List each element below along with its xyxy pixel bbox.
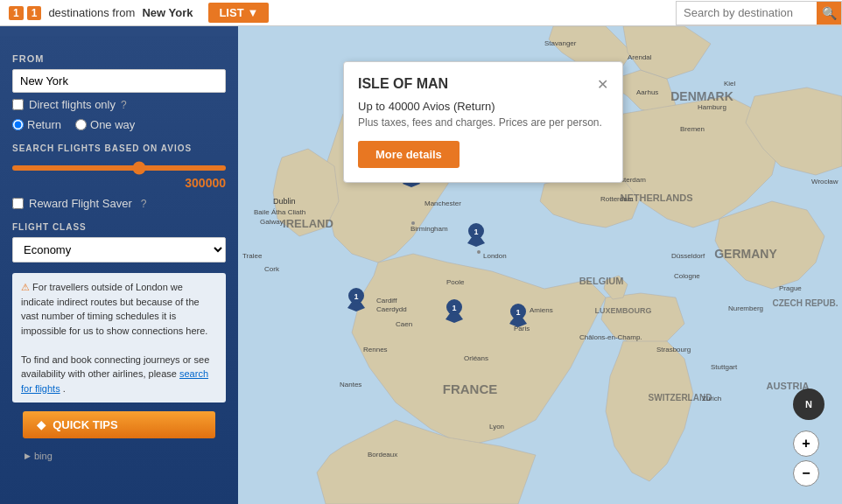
svg-text:Poole: Poole — [446, 278, 465, 286]
svg-text:GERMANY: GERMANY — [714, 247, 777, 261]
map-area[interactable]: DENMARK UNITED KINGDOM NETHERLANDS IRELA… — [238, 26, 842, 504]
svg-text:IRELAND: IRELAND — [283, 217, 333, 230]
search-destination-button[interactable]: 🔍 — [817, 2, 841, 24]
svg-text:Cologne: Cologne — [674, 272, 700, 280]
zoom-out-button[interactable]: − — [793, 460, 819, 486]
svg-text:Bordeaux: Bordeaux — [368, 451, 397, 458]
return-radio[interactable] — [12, 119, 24, 130]
search-destination-input[interactable] — [677, 2, 817, 24]
count-badge-1: 1 — [9, 6, 24, 20]
top-bar: 1 1 destinations from New York LIST ▼ 🔍 — [0, 0, 842, 26]
popup-details-button[interactable]: More details — [358, 141, 460, 168]
svg-text:1: 1 — [354, 292, 358, 301]
svg-text:1: 1 — [516, 308, 520, 317]
chevron-down-icon: ▼ — [248, 6, 259, 19]
count-badge-2: 1 — [27, 6, 42, 20]
oneway-label: One way — [90, 118, 135, 131]
svg-text:FRANCE: FRANCE — [443, 382, 498, 396]
svg-text:Prague: Prague — [779, 284, 802, 292]
svg-text:Galway: Galway — [260, 218, 284, 226]
svg-text:Zürich: Zürich — [702, 395, 721, 402]
svg-text:1: 1 — [474, 228, 478, 236]
svg-text:Stavanger: Stavanger — [544, 39, 577, 47]
bing-logo: ▶ bing — [12, 447, 226, 465]
return-radio-label[interactable]: Return — [12, 118, 61, 131]
svg-text:Birmingham: Birmingham — [410, 225, 448, 233]
flight-class-select[interactable]: Economy Premium Economy Business First — [12, 237, 226, 262]
popup-taxes: Plus taxes, fees and charges. Prices are… — [358, 116, 608, 129]
svg-text:Wrocław: Wrocław — [811, 178, 838, 186]
svg-text:LUXEMBOURG: LUXEMBOURG — [595, 306, 652, 315]
svg-text:Cork: Cork — [264, 265, 280, 273]
return-label: Return — [27, 118, 61, 131]
reward-row: Reward Flight Saver ? — [12, 197, 226, 210]
map-controls: N + − — [793, 388, 824, 486]
svg-text:Orléans: Orléans — [464, 354, 488, 362]
svg-text:Arendal: Arendal — [628, 53, 652, 61]
svg-text:Nuremberg: Nuremberg — [728, 304, 763, 312]
bing-text: bing — [34, 451, 53, 461]
svg-text:Amiens: Amiens — [530, 306, 553, 314]
search-destination-container: 🔍 — [676, 1, 842, 25]
reward-help-icon[interactable]: ? — [141, 198, 147, 210]
svg-text:BELGIUM: BELGIUM — [579, 276, 624, 286]
svg-text:DENMARK: DENMARK — [670, 89, 733, 103]
popup: ISLE OF MAN ✕ Up to 40000 Avios (Return)… — [343, 61, 623, 183]
svg-text:Manchester: Manchester — [425, 200, 461, 207]
svg-text:Bremen: Bremen — [680, 125, 705, 133]
from-label: FROM — [12, 53, 226, 64]
oneway-radio[interactable] — [75, 119, 87, 130]
quick-tips-button[interactable]: ◆ QUICK TIPS — [23, 411, 215, 438]
svg-text:London: London — [483, 252, 507, 260]
svg-text:Nantes: Nantes — [340, 381, 361, 388]
from-city-text: New York — [142, 6, 193, 19]
svg-text:Caen: Caen — [396, 320, 412, 328]
svg-text:Hamburg: Hamburg — [698, 103, 726, 111]
popup-close-button[interactable]: ✕ — [597, 76, 608, 93]
zoom-in-button[interactable]: + — [793, 430, 819, 457]
svg-text:Caerdydd: Caerdydd — [376, 305, 407, 313]
destinations-text: destinations from — [48, 6, 135, 19]
direct-flights-checkbox[interactable] — [12, 99, 24, 110]
list-view-button[interactable]: LIST ▼ — [208, 3, 269, 23]
svg-text:Rennes: Rennes — [363, 346, 388, 354]
oneway-radio-label[interactable]: One way — [75, 118, 135, 131]
avios-section-label: SEARCH FLIGHTS BASED ON AVIOS — [12, 144, 226, 153]
sidebar: Explore with Avios ✕ FROM Direct flights… — [0, 0, 238, 504]
avios-value: 300000 — [12, 176, 226, 190]
info-box: ⚠ For travellers outside of London we in… — [12, 273, 226, 402]
compass-n-label: N — [805, 399, 812, 410]
info-text: For travellers outside of London we indi… — [21, 282, 207, 336]
svg-text:Stuttgart: Stuttgart — [711, 363, 738, 371]
direct-flights-label: Direct flights only — [29, 98, 116, 111]
svg-point-15 — [477, 250, 481, 254]
popup-title: ISLE OF MAN — [358, 76, 448, 92]
svg-text:Rotterdam: Rotterdam — [600, 195, 634, 203]
svg-text:1: 1 — [452, 304, 456, 312]
svg-text:Strasbourg: Strasbourg — [656, 346, 691, 354]
reward-flight-saver-checkbox[interactable] — [12, 198, 24, 209]
svg-text:Kiel: Kiel — [724, 80, 736, 88]
popup-avios: Up to 40000 Avios (Return) — [358, 100, 608, 113]
list-label: LIST — [219, 6, 243, 19]
bing-play-icon: ▶ — [25, 452, 31, 460]
direct-flights-help-icon[interactable]: ? — [121, 99, 127, 111]
from-input[interactable] — [12, 69, 226, 93]
search-icon: 🔍 — [822, 6, 837, 20]
warning-icon: ⚠ — [21, 282, 30, 292]
info-link-suffix: . — [63, 383, 66, 394]
reward-flight-saver-label: Reward Flight Saver — [29, 197, 132, 210]
popup-header: ISLE OF MAN ✕ — [358, 76, 608, 93]
direct-flights-row: Direct flights only ? — [12, 98, 226, 111]
svg-text:Lyon: Lyon — [489, 423, 504, 430]
flight-class-label: FLIGHT CLASS — [12, 222, 226, 232]
compass-button[interactable]: N — [793, 388, 824, 420]
svg-text:Aarhus: Aarhus — [636, 88, 658, 96]
svg-text:Châlons-en-Champ.: Châlons-en-Champ. — [579, 333, 642, 341]
svg-text:Düsseldorf: Düsseldorf — [671, 252, 705, 260]
quick-tips-label: QUICK TIPS — [53, 418, 117, 431]
avios-slider[interactable] — [12, 165, 226, 171]
trip-type-row: Return One way — [12, 118, 226, 131]
svg-text:Dublin: Dublin — [273, 197, 296, 206]
svg-text:CZECH REPUB.: CZECH REPUB. — [772, 298, 838, 308]
